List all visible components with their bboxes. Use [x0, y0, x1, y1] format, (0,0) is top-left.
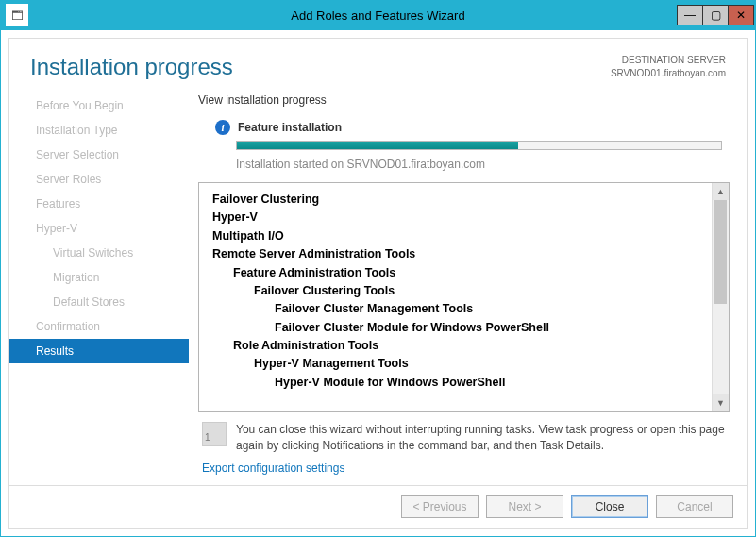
sidebar-item-migration: Migration	[9, 265, 189, 290]
close-button[interactable]: Close	[571, 495, 648, 518]
sidebar-item-installation-type: Installation Type	[9, 118, 189, 143]
feature-tree: Failover ClusteringHyper-VMultipath I/OR…	[198, 182, 730, 412]
info-icon: i	[215, 120, 230, 135]
sidebar-item-results[interactable]: Results	[9, 339, 189, 363]
progress-fill	[237, 142, 518, 149]
next-button: Next >	[486, 495, 563, 518]
minimize-button[interactable]: —	[677, 5, 703, 25]
progress-bar	[236, 141, 722, 150]
main-content: View installation progress i Feature ins…	[189, 92, 747, 485]
status-row: i Feature installation	[198, 120, 730, 135]
note-text: You can close this wizard without interr…	[236, 422, 726, 454]
tree-item: Failover Clustering Tools	[212, 282, 706, 300]
tree-item: Hyper-V Module for Windows PowerShell	[212, 374, 706, 392]
scroll-down-button[interactable]: ▼	[713, 394, 729, 411]
window-frame: Installation progress DESTINATION SERVER…	[0, 30, 756, 537]
previous-button: < Previous	[401, 495, 479, 518]
notification-badge: 1	[205, 431, 210, 445]
notification-icon: 1	[202, 422, 227, 446]
feature-tree-content[interactable]: Failover ClusteringHyper-VMultipath I/OR…	[199, 183, 712, 411]
sidebar-item-server-roles: Server Roles	[9, 167, 189, 192]
close-window-button[interactable]: ✕	[728, 5, 754, 25]
header: Installation progress DESTINATION SERVER…	[9, 39, 747, 92]
body: Before You BeginInstallation TypeServer …	[9, 92, 747, 485]
sidebar-item-confirmation: Confirmation	[9, 314, 189, 339]
app-icon: 🗔	[6, 4, 28, 26]
scroll-track[interactable]	[713, 200, 729, 394]
tree-item: Role Administration Tools	[212, 337, 706, 355]
tree-item: Remote Server Administration Tools	[212, 245, 706, 263]
sidebar-item-before-you-begin: Before You Begin	[9, 93, 189, 118]
tree-item: Hyper-V Management Tools	[212, 355, 706, 373]
note-row: 1 You can close this wizard without inte…	[198, 412, 730, 461]
scroll-up-button[interactable]: ▲	[713, 183, 729, 200]
wizard-panel: Installation progress DESTINATION SERVER…	[8, 38, 748, 529]
view-progress-label: View installation progress	[198, 93, 730, 107]
sidebar-item-virtual-switches: Virtual Switches	[9, 241, 189, 265]
window-controls: — ▢ ✕	[678, 5, 754, 25]
footer: < Previous Next > Close Cancel	[9, 485, 747, 528]
sidebar-item-default-stores: Default Stores	[9, 290, 189, 314]
sidebar: Before You BeginInstallation TypeServer …	[9, 92, 189, 485]
tree-item: Failover Cluster Management Tools	[212, 300, 706, 318]
titlebar: 🗔 Add Roles and Features Wizard — ▢ ✕	[0, 0, 756, 30]
tree-item: Multipath I/O	[212, 227, 706, 245]
tree-item: Failover Cluster Module for Windows Powe…	[212, 319, 706, 337]
maximize-button[interactable]: ▢	[702, 5, 729, 25]
install-message: Installation started on SRVNOD01.firatbo…	[236, 158, 730, 171]
window-title: Add Roles and Features Wizard	[0, 8, 756, 23]
destination-label: DESTINATION SERVER	[611, 54, 726, 67]
status-text: Feature installation	[238, 121, 342, 134]
sidebar-item-features: Features	[9, 192, 189, 216]
sidebar-item-server-selection: Server Selection	[9, 143, 189, 167]
cancel-button: Cancel	[656, 495, 733, 518]
export-config-link[interactable]: Export configuration settings	[198, 461, 730, 482]
scrollbar[interactable]: ▲ ▼	[712, 183, 729, 411]
destination-server: SRVNOD01.firatboyan.com	[611, 67, 726, 80]
tree-item: Failover Clustering	[212, 191, 706, 209]
destination-info: DESTINATION SERVER SRVNOD01.firatboyan.c…	[611, 54, 726, 80]
tree-item: Feature Administration Tools	[212, 264, 706, 282]
scroll-thumb[interactable]	[714, 200, 727, 304]
sidebar-item-hyper-v: Hyper-V	[9, 216, 189, 241]
page-title: Installation progress	[30, 54, 233, 80]
tree-item: Hyper-V	[212, 209, 706, 227]
